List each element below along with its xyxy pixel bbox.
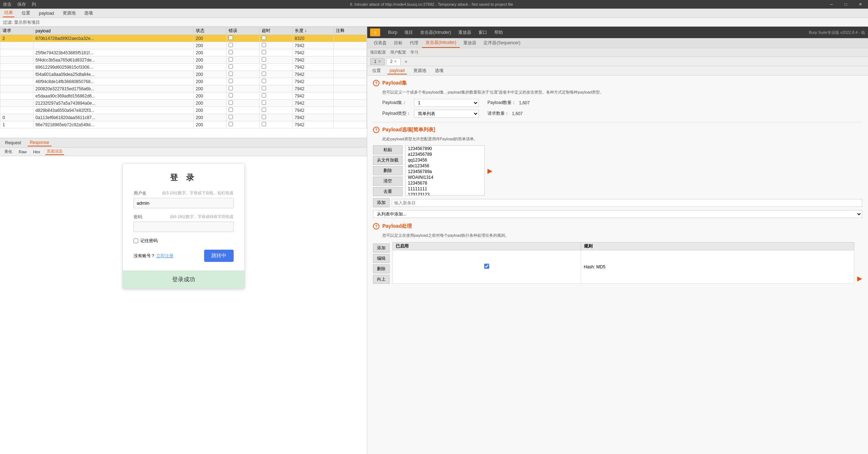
burp-tab-sequencer[interactable]: 定序器(Sequencer) [480, 38, 524, 47]
error-checkbox[interactable] [229, 50, 233, 54]
proc-edit-btn[interactable]: 编辑 [373, 254, 390, 263]
error-checkbox[interactable] [229, 122, 233, 126]
submit-button[interactable]: 跳转中 [204, 250, 234, 262]
burp-tab-target[interactable]: 目标 [390, 38, 406, 47]
burp-tab-intruder[interactable]: 攻击器(Intruder) [422, 38, 460, 48]
filter-bar[interactable]: 过滤: 显示所有项目 [0, 18, 868, 27]
burp-nav-window[interactable]: 窗口 [475, 27, 491, 38]
remember-checkbox[interactable] [134, 239, 138, 243]
tab-payload[interactable]: payload [37, 10, 55, 17]
table-row[interactable]: d829b843a6550a947e82f2f3... 200 7942 [0, 107, 367, 114]
proc-add-btn[interactable]: 添加 [373, 244, 390, 253]
intruder-tab-options[interactable]: 选项 [433, 67, 446, 74]
payload-item[interactable]: 12345678 [406, 180, 484, 186]
error-checkbox[interactable] [229, 57, 233, 62]
burp-tab-dashboard[interactable]: 仪表盘 [370, 38, 390, 47]
proc-row[interactable]: Hash: MD5 [393, 250, 854, 283]
payload-options-question-icon[interactable]: ? [373, 127, 379, 133]
payload-set-question-icon[interactable]: ? [373, 80, 379, 86]
burp-tab-proxy[interactable]: 代理 [406, 38, 422, 47]
maximize-btn[interactable]: □ [842, 2, 850, 7]
burp-open-tab-2[interactable]: 2 ✕ [386, 58, 401, 65]
error-checkbox[interactable] [229, 36, 233, 40]
load-file-btn[interactable]: 从文件加载 [373, 156, 402, 165]
sub-tab-hex[interactable]: Hex [32, 149, 42, 154]
sub-tab-raw[interactable]: Raw [17, 149, 28, 154]
timeout-checkbox[interactable] [262, 100, 266, 105]
tab-response[interactable]: Response [28, 139, 51, 146]
burp-open-tab-1[interactable]: 1 ✕ [370, 58, 385, 65]
new-tab-btn[interactable]: + [402, 59, 409, 64]
add-payload-btn[interactable]: 添加 [373, 198, 390, 207]
timeout-checkbox[interactable] [262, 36, 266, 40]
register-link[interactable]: 立即注册 [156, 253, 174, 258]
tab2-close[interactable]: ✕ [394, 59, 397, 63]
timeout-checkbox[interactable] [262, 50, 266, 54]
error-checkbox[interactable] [229, 72, 233, 76]
timeout-checkbox[interactable] [262, 43, 266, 47]
timeout-checkbox[interactable] [262, 93, 266, 97]
table-row[interactable]: e5daaa90c369adfd156862d6... 200 7942 [0, 92, 367, 100]
timeout-checkbox[interactable] [262, 72, 266, 76]
burp-nav-repeater[interactable]: 重放器 [455, 27, 475, 38]
clear-btn[interactable]: 清空 [373, 177, 402, 186]
timeout-checkbox[interactable] [262, 86, 266, 90]
burp-nav-intruder[interactable]: 攻击器(Intruder) [417, 27, 454, 38]
payload-list-box[interactable]: 1234567890 a123456789 qq123456 abc123456… [405, 145, 485, 196]
password-input[interactable] [134, 222, 234, 232]
burp-config-project[interactable]: 项目配置 [370, 50, 386, 55]
table-row[interactable]: 25f9e794323b453885f5181f... 200 7942 [0, 49, 367, 56]
proc-enabled-checkbox[interactable] [484, 264, 489, 269]
table-row[interactable]: 46f94c8de14fb36680850768... 200 7942 [0, 78, 367, 85]
payload-from-list-dropdown[interactable]: 从列表中添加... [373, 210, 862, 218]
tab-results[interactable]: 结果 [3, 9, 14, 17]
menu-attack[interactable]: 攻击 [3, 1, 12, 8]
close-btn[interactable]: ✕ [856, 2, 865, 7]
burp-nav-burp[interactable]: Burp [384, 27, 401, 38]
tab-request[interactable]: Request [3, 140, 23, 146]
error-checkbox[interactable] [229, 64, 233, 69]
timeout-checkbox[interactable] [262, 79, 266, 83]
menu-save[interactable]: 保存 [17, 1, 26, 8]
intruder-tab-payload[interactable]: payload [387, 67, 407, 74]
intruder-tab-resource[interactable]: 资源池 [411, 67, 428, 74]
payload-item[interactable]: 1234567890 [406, 146, 484, 151]
burp-nav-help[interactable]: 帮助 [491, 27, 507, 38]
table-row[interactable]: 1 96e79218965eb72c92a549d... 200 7942 [0, 121, 367, 128]
table-row[interactable]: 200 7942 [0, 42, 367, 49]
error-checkbox[interactable] [229, 79, 233, 83]
sub-tab-render[interactable]: 页面渲染 [45, 148, 64, 155]
table-row[interactable]: 200820e3227815ed1756a6b... 200 7942 [0, 85, 367, 92]
tab1-close[interactable]: ✕ [378, 59, 381, 63]
timeout-checkbox[interactable] [262, 64, 266, 69]
table-row[interactable]: f04a601a8aa09dea25dfa84e... 200 7942 [0, 71, 367, 78]
burp-tab-repeater[interactable]: 重放器 [460, 38, 480, 47]
payload-item[interactable]: a123456789 [406, 151, 484, 157]
payload-item[interactable]: abc123456 [406, 163, 484, 169]
tab-options[interactable]: 选项 [83, 9, 94, 17]
username-input[interactable] [134, 198, 234, 208]
error-checkbox[interactable] [229, 115, 233, 119]
burp-config-learn[interactable]: 学习 [410, 50, 418, 55]
sub-tab-beautify[interactable]: 美化 [3, 149, 14, 155]
menu-column[interactable]: 列 [32, 1, 36, 8]
payload-type-select[interactable]: 简单列表 [414, 110, 479, 118]
timeout-checkbox[interactable] [262, 108, 266, 112]
intruder-tab-position[interactable]: 位置 [370, 67, 383, 74]
table-row[interactable]: 21232f297a57a5a743894a0e... 200 7942 [0, 100, 367, 107]
tab-position[interactable]: 位置 [20, 9, 32, 17]
payload-item[interactable]: 123123123 [406, 192, 484, 196]
error-checkbox[interactable] [229, 100, 233, 105]
table-row[interactable]: 5f4dcc3b5aa765d61d8327de... 200 7942 [0, 56, 367, 64]
payload-new-input[interactable] [392, 199, 862, 207]
burp-nav-project[interactable]: 项目 [401, 27, 417, 38]
payload-set-select[interactable]: 1 [414, 99, 479, 107]
payload-item[interactable]: WOAINI1314 [406, 174, 484, 180]
tab-resource-pool[interactable]: 资源池 [61, 9, 77, 17]
error-checkbox[interactable] [229, 86, 233, 90]
payload-processing-question-icon[interactable]: ? [373, 223, 379, 230]
error-checkbox[interactable] [229, 108, 233, 112]
timeout-checkbox[interactable] [262, 57, 266, 62]
minimize-btn[interactable]: ─ [827, 2, 836, 7]
payload-item[interactable]: 11111111 [406, 186, 484, 192]
